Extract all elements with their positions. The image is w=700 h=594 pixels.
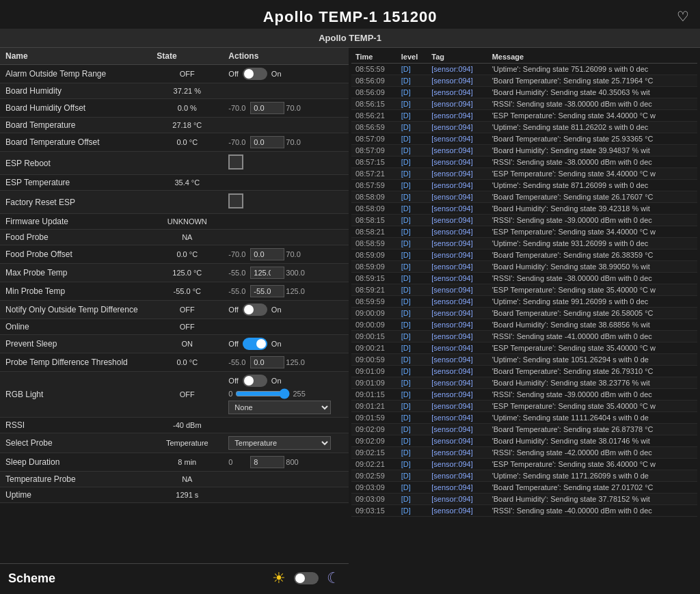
row-state: 0.0 °C <box>151 245 223 264</box>
range-input[interactable] <box>250 456 284 468</box>
row-name: Prevent Sleep <box>0 335 151 353</box>
log-level: [D] <box>397 133 427 145</box>
row-state: UNKNOWN <box>151 214 223 230</box>
log-col-time: Time <box>351 51 397 64</box>
log-level: [D] <box>397 319 427 331</box>
log-tag: [sensor:094] <box>427 354 487 366</box>
log-time: 08:56:15 <box>351 98 397 110</box>
row-state: 1291 s <box>151 487 223 503</box>
row-name: ESP Reboot <box>0 152 151 175</box>
log-time: 08:58:59 <box>351 238 397 249</box>
scheme-toggle[interactable] <box>294 572 319 584</box>
log-tag: [sensor:094] <box>427 284 487 296</box>
log-row: 09:02:09[D][sensor:094]'Board Temperatur… <box>351 424 697 435</box>
row-name: RSSI <box>0 418 151 433</box>
row-state: 27.18 °C <box>151 118 223 133</box>
log-message: 'RSSI': Sending state -38.00000 dBm with… <box>488 157 697 168</box>
log-row: 08:56:09[D][sensor:094]'Board Humidity':… <box>351 87 697 98</box>
log-message: 'Board Temperature': Sending state 26.79… <box>488 366 697 377</box>
table-row: Board Temperature Offset0.0 °C-70.070.0 <box>0 133 349 152</box>
rgb-color-select[interactable]: None <box>228 401 331 414</box>
log-message: 'RSSI': Sending state -41.00000 dBm with… <box>488 331 697 342</box>
range-max: 125.0 <box>286 358 306 366</box>
log-message: 'Board Temperature': Sending state 27.01… <box>488 482 697 494</box>
row-state: 8 min <box>151 453 223 472</box>
log-tag: [sensor:094] <box>427 401 487 412</box>
rgb-off-label: Off <box>228 377 238 385</box>
log-time: 09:02:09 <box>351 435 397 447</box>
row-action <box>223 152 349 175</box>
toggle-switch[interactable] <box>243 338 267 350</box>
log-time: 08:59:59 <box>351 296 397 308</box>
row-name: Probe Temp Difference Threshold <box>0 353 151 372</box>
toggle-container: OffOn <box>228 338 343 350</box>
range-min: -55.0 <box>228 287 249 295</box>
log-level: [D] <box>397 122 427 133</box>
device-subtitle: Apollo TEMP-1 <box>319 33 381 43</box>
table-row: Select ProbeTemperatureTemperature <box>0 433 349 453</box>
left-outer: Name State Actions Alarm Outside Temp Ra… <box>0 48 349 593</box>
square-button[interactable] <box>228 154 243 170</box>
scheme-bar: Scheme ☀ ☾ <box>0 563 349 593</box>
log-tag: [sensor:094] <box>427 494 487 505</box>
toggle-slider <box>243 303 267 316</box>
log-row: 09:00:09[D][sensor:094]'Board Humidity':… <box>351 319 697 331</box>
row-state: ON <box>151 335 223 353</box>
row-state: OFF <box>151 65 223 83</box>
log-time: 08:57:59 <box>351 180 397 191</box>
row-state: 0.0 °C <box>151 133 223 152</box>
log-time: 08:58:09 <box>351 203 397 215</box>
log-row: 08:56:59[D][sensor:094]'Uptime': Sending… <box>351 122 697 133</box>
table-row: Firmware UpdateUNKNOWN <box>0 214 349 230</box>
row-state: 0.0 % <box>151 99 223 118</box>
heart-icon[interactable]: ♡ <box>677 8 689 25</box>
square-button[interactable] <box>228 193 243 208</box>
range-max: 70.0 <box>286 250 306 258</box>
rgb-slider[interactable] <box>235 388 290 399</box>
row-name: Uptime <box>0 487 151 503</box>
table-row: Prevent SleepONOffOn <box>0 335 349 353</box>
row-name: Temperature Probe <box>0 472 151 487</box>
log-level: [D] <box>397 64 427 75</box>
row-name: Select Probe <box>0 433 151 453</box>
log-message: 'ESP Temperature': Sending state 35.4000… <box>488 342 697 354</box>
log-message: 'RSSI': Sending state -42.00000 dBm with… <box>488 447 697 459</box>
log-row: 08:59:59[D][sensor:094]'Uptime': Sending… <box>351 296 697 308</box>
log-tag: [sensor:094] <box>427 110 487 122</box>
range-input[interactable] <box>250 267 284 279</box>
row-state: OFF <box>151 319 223 335</box>
log-row: 09:00:21[D][sensor:094]'ESP Temperature'… <box>351 342 697 354</box>
log-tag: [sensor:094] <box>427 168 487 180</box>
log-message: 'RSSI': Sending state -39.00000 dBm with… <box>488 389 697 401</box>
log-tag: [sensor:094] <box>427 424 487 435</box>
log-time: 08:56:59 <box>351 122 397 133</box>
log-message: 'Uptime': Sending state 1111.26404 s wit… <box>488 412 697 424</box>
log-level: [D] <box>397 110 427 122</box>
log-tag: [sensor:094] <box>427 180 487 191</box>
row-action: -70.070.0 <box>223 133 349 152</box>
probe-select[interactable]: Temperature <box>228 436 331 450</box>
range-input[interactable] <box>250 248 284 260</box>
log-row: 08:57:09[D][sensor:094]'Board Humidity':… <box>351 145 697 157</box>
toggle-container: OffOn <box>228 68 343 80</box>
toggle-switch[interactable] <box>243 303 267 316</box>
row-action: -70.070.0 <box>223 99 349 118</box>
range-input[interactable] <box>250 356 284 368</box>
log-tag: [sensor:094] <box>427 470 487 482</box>
log-message: 'ESP Temperature': Sending state 34.4000… <box>488 226 697 238</box>
log-row: 08:56:15[D][sensor:094]'RSSI': Sending s… <box>351 98 697 110</box>
range-row: -70.070.0 <box>228 248 343 260</box>
row-action <box>223 118 349 133</box>
row-action <box>223 230 349 245</box>
log-message: 'Board Humidity': Sending state 37.78152… <box>488 494 697 505</box>
log-row: 09:03:15[D][sensor:094]'RSSI': Sending s… <box>351 505 697 517</box>
toggle-switch[interactable] <box>243 68 267 80</box>
range-input[interactable] <box>250 285 284 297</box>
rgb-toggle[interactable] <box>243 375 267 387</box>
range-input[interactable] <box>250 136 284 148</box>
row-action <box>223 472 349 487</box>
range-input[interactable] <box>250 102 284 114</box>
log-message: 'Uptime': Sending state 811.26202 s with… <box>488 122 697 133</box>
log-row: 09:01:09[D][sensor:094]'Board Temperatur… <box>351 366 697 377</box>
log-level: [D] <box>397 331 427 342</box>
